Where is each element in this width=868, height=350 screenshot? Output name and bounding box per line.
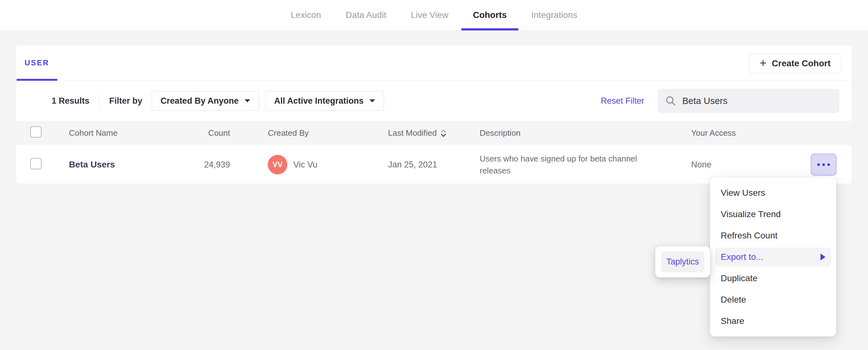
reset-filter-link[interactable]: Reset Filter	[601, 96, 644, 106]
menu-item-export-to-label: Export to...	[721, 252, 763, 262]
avatar: VV	[268, 155, 287, 174]
table-header-row: Cohort Name Count Created By Last Modifi…	[16, 121, 852, 145]
menu-item-share[interactable]: Share	[710, 310, 836, 332]
cohort-description: Users who have signed up for beta channe…	[479, 153, 651, 177]
cohort-name-link[interactable]: Beta Users	[69, 160, 115, 169]
header-created-by: Created By	[268, 128, 388, 138]
search-icon	[665, 96, 676, 106]
sort-icon[interactable]	[440, 128, 447, 138]
chevron-down-icon	[370, 99, 375, 102]
ellipsis-icon	[817, 163, 820, 166]
tab-integrations[interactable]: Integrations	[531, 0, 577, 31]
menu-item-visualize-trend[interactable]: Visualize Trend	[710, 204, 836, 225]
menu-item-delete[interactable]: Delete	[710, 289, 836, 310]
menu-item-view-users[interactable]: View Users	[710, 182, 836, 204]
top-navigation: Lexicon Data Audit Live View Cohorts Int…	[0, 0, 868, 31]
submenu-arrow-icon	[820, 253, 826, 260]
header-cohort-name: Cohort Name	[69, 128, 180, 138]
ellipsis-icon	[828, 163, 830, 166]
created-by-dropdown[interactable]: Created By Anyone	[152, 91, 259, 111]
menu-item-export-to[interactable]: Export to...	[715, 248, 831, 267]
filter-by-label: Filter by	[109, 96, 142, 106]
last-modified-value: Jan 25, 2021	[388, 160, 479, 170]
search-box[interactable]	[658, 89, 839, 113]
header-your-access: Your Access	[691, 128, 811, 138]
select-all-checkbox[interactable]	[30, 126, 41, 138]
your-access-value: None	[691, 160, 811, 170]
row-actions-button[interactable]	[811, 154, 837, 176]
vertical-divider	[99, 92, 99, 109]
tab-live-view[interactable]: Live View	[411, 0, 448, 31]
cohort-count: 24,939	[180, 160, 268, 170]
plus-icon: +	[760, 57, 767, 69]
row-actions-menu: View Users Visualize Trend Refresh Count…	[710, 177, 836, 337]
search-input[interactable]	[682, 96, 832, 106]
creator-name: Vic Vu	[293, 160, 317, 170]
header-last-modified-label: Last Modified	[388, 128, 437, 138]
tab-lexicon[interactable]: Lexicon	[291, 0, 321, 31]
integrations-dropdown[interactable]: All Active Integrations	[265, 91, 384, 111]
created-by-cell: VV Vic Vu	[268, 155, 388, 174]
results-count: 1 Results	[52, 96, 89, 106]
card-tab-strip: USER + Create Cohort	[16, 45, 852, 81]
menu-item-refresh-count[interactable]: Refresh Count	[710, 225, 836, 246]
menu-item-duplicate[interactable]: Duplicate	[710, 268, 836, 289]
header-count: Count	[180, 128, 268, 138]
filter-row: 1 Results Filter by Created By Anyone Al…	[16, 81, 852, 121]
cohorts-card: USER + Create Cohort 1 Results Filter by…	[16, 45, 852, 184]
submenu-item-taplytics[interactable]: Taplytics	[661, 251, 704, 272]
created-by-dropdown-label: Created By Anyone	[160, 96, 239, 106]
create-cohort-label: Create Cohort	[772, 59, 831, 69]
tab-cohorts[interactable]: Cohorts	[473, 0, 507, 31]
header-last-modified[interactable]: Last Modified	[388, 128, 479, 138]
ellipsis-icon	[823, 163, 825, 166]
create-cohort-button[interactable]: + Create Cohort	[749, 54, 841, 73]
row-checkbox[interactable]	[30, 158, 41, 169]
export-submenu: Taplytics	[655, 246, 710, 277]
tab-user[interactable]: USER	[17, 45, 57, 80]
integrations-dropdown-label: All Active Integrations	[274, 96, 364, 106]
header-description: Description	[479, 128, 691, 138]
chevron-down-icon	[245, 99, 250, 102]
tab-data-audit[interactable]: Data Audit	[346, 0, 386, 31]
